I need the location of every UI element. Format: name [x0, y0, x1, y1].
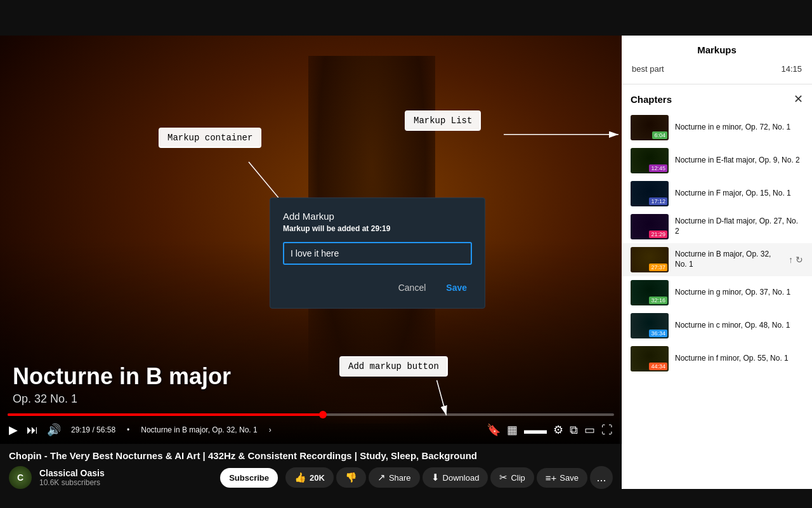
markups-header: Markups: [622, 42, 812, 60]
chapter-item[interactable]: 27:37Nocturne in B major, Op. 32, No. 1↑…: [622, 243, 812, 276]
chapter-thumbnail: 32:16: [631, 280, 669, 305]
chapter-time-badge: 44:34: [649, 363, 667, 370]
chapter-title: Nocturne in E-flat major, Op. 9, No. 2: [675, 156, 803, 166]
chapter-time-badge: 27:37: [649, 264, 667, 271]
chapter-info: Nocturne in D-flat major, Op. 27, No. 2: [675, 217, 803, 236]
chapter-name-display: •: [127, 425, 129, 434]
chapter-time-badge: 36:34: [649, 330, 667, 337]
volume-button[interactable]: 🔊: [46, 422, 62, 438]
chapter-title: Nocturne in F major, Op. 15, No. 1: [675, 189, 803, 199]
chapter-item[interactable]: 36:34Nocturne in c minor, Op. 48, No. 1: [622, 309, 812, 342]
chapter-time-badge: 32:16: [649, 297, 667, 304]
chapter-thumbnail: 21:29: [631, 214, 669, 239]
action-buttons: 👍 20K 👎 ↗ Share ⬇ Download: [285, 466, 613, 489]
theater-button[interactable]: ▭: [583, 422, 596, 438]
chapter-time-badge: 6:04: [652, 131, 667, 139]
chapters-header: Chapters ✕: [622, 84, 812, 111]
chapter-title: Nocturne in c minor, Op. 48, No. 1: [675, 321, 803, 331]
chapters-close-button[interactable]: ✕: [794, 92, 803, 106]
chapters-title: Chapters: [631, 94, 672, 105]
chapter-time-badge: 12:45: [649, 164, 667, 172]
markup-container-callout: Markup container: [159, 128, 261, 148]
chapter-item[interactable]: 17:12Nocturne in F major, Op. 15, No. 1: [622, 177, 812, 210]
more-options-button[interactable]: ...: [590, 466, 613, 489]
download-icon: ⬇: [431, 472, 440, 483]
markup-button[interactable]: 🔖: [485, 422, 502, 438]
video-section: Markup container Markup List Add Markup …: [0, 36, 622, 489]
chapter-title: Nocturne in D-flat major, Op. 27, No. 2: [675, 217, 803, 236]
video-main-title: Nocturne in B major: [13, 363, 231, 390]
main-area: Markup container Markup List Add Markup …: [0, 36, 812, 489]
clip-button[interactable]: ✂ Clip: [490, 467, 534, 488]
play-button[interactable]: ▶: [8, 422, 19, 438]
save-button[interactable]: Save: [441, 280, 472, 295]
share-button[interactable]: ↗ Share: [369, 467, 420, 488]
chapter-title: Nocturne in B major, Op. 32, No. 1: [675, 250, 782, 269]
chapter-thumbnail: 44:34: [631, 346, 669, 371]
control-bar: ▶ ⏭ 🔊 29:19 / 56:58 • Nocturne in B majo…: [0, 416, 622, 444]
subtitles-button[interactable]: ▬▬: [523, 422, 548, 438]
chapter-loop-btn[interactable]: ↻: [796, 255, 803, 265]
chapter-info: Nocturne in g minor, Op. 37, No. 1: [675, 288, 803, 298]
video-title-overlay: Nocturne in B major Op. 32 No. 1: [13, 363, 231, 406]
top-bar: [0, 0, 812, 36]
download-button[interactable]: ⬇ Download: [422, 467, 488, 488]
chapter-title: Nocturne in e minor, Op. 72, No. 1: [675, 123, 803, 133]
markup-item[interactable]: best part 14:15: [622, 60, 812, 77]
chapter-thumbnail: 12:45: [631, 148, 669, 173]
save-button[interactable]: ≡+ Save: [537, 468, 587, 488]
channel-name: Classical Oasis: [39, 468, 213, 478]
chapter-item[interactable]: 6:04Nocturne in e minor, Op. 72, No. 1: [622, 111, 812, 144]
cancel-button[interactable]: Cancel: [393, 280, 431, 295]
full-video-title: Chopin - The Very Best Nocturnes & AI Ar…: [9, 450, 613, 461]
chapter-item[interactable]: 21:29Nocturne in D-flat major, Op. 27, N…: [622, 210, 812, 243]
dislike-icon: 👎: [345, 472, 357, 483]
chapter-time-badge: 17:12: [649, 197, 667, 205]
channel-info: Classical Oasis 10.6K subscribers: [39, 468, 213, 487]
chapters-section[interactable]: Chapters ✕ 6:04Nocturne in e minor, Op. …: [622, 84, 812, 489]
dislike-button[interactable]: 👎: [336, 467, 366, 488]
download-label: Download: [443, 473, 480, 483]
markup-label: best part: [632, 64, 664, 74]
settings-button[interactable]: ⚙: [552, 422, 565, 438]
chapter-info: Nocturne in E-flat major, Op. 9, No. 2: [675, 156, 803, 166]
chapter-item[interactable]: 44:34Nocturne in f minor, Op. 55, No. 1: [622, 342, 812, 375]
chapter-share-btn[interactable]: ↑: [789, 255, 793, 265]
right-panel: Markups best part 14:15 Chapters ✕ 6:04N…: [622, 36, 812, 489]
chapter-thumbnail: 36:34: [631, 313, 669, 338]
channel-avatar[interactable]: C: [9, 466, 32, 489]
chapters-button[interactable]: ▦: [506, 422, 519, 438]
chapter-item[interactable]: 12:45Nocturne in E-flat major, Op. 9, No…: [622, 144, 812, 177]
like-button[interactable]: 👍 20K: [285, 467, 334, 488]
video-player[interactable]: Markup container Markup List Add Markup …: [0, 36, 622, 444]
skip-next-button[interactable]: ⏭: [25, 422, 39, 438]
channel-row: C Classical Oasis 10.6K subscribers Subs…: [9, 466, 613, 489]
chapter-info: Nocturne in c minor, Op. 48, No. 1: [675, 321, 803, 331]
chapter-name-text: Nocturne in B major, Op. 32, No. 1: [141, 425, 257, 434]
chapter-item[interactable]: 32:16Nocturne in g minor, Op. 37, No. 1: [622, 276, 812, 309]
chapter-info: Nocturne in f minor, Op. 55, No. 1: [675, 354, 803, 364]
markup-list-callout: Markup List: [405, 110, 481, 131]
mini-player-button[interactable]: ⧉: [568, 422, 579, 438]
share-label: Share: [389, 473, 411, 483]
right-controls: 🔖 ▦ ▬▬ ⚙ ⧉ ▭ ⛶: [485, 422, 614, 438]
clip-icon: ✂: [499, 472, 508, 483]
fullscreen-button[interactable]: ⛶: [600, 422, 614, 438]
markup-text-input[interactable]: [283, 242, 472, 265]
save-label: Save: [560, 473, 579, 483]
chapter-thumbnail: 27:37: [631, 247, 669, 272]
add-markup-button-callout: Add markup button: [339, 356, 448, 377]
add-markup-modal: Add Markup Markup will be added at 29:19…: [270, 197, 485, 309]
chapter-title: Nocturne in f minor, Op. 55, No. 1: [675, 354, 803, 364]
subscriber-count: 10.6K subscribers: [39, 478, 213, 487]
clip-label: Clip: [511, 473, 525, 483]
chapters-list: 6:04Nocturne in e minor, Op. 72, No. 112…: [622, 111, 812, 375]
markups-section: Markups best part 14:15: [622, 36, 812, 84]
subscribe-button[interactable]: Subscribe: [220, 468, 278, 488]
chapter-info: Nocturne in B major, Op. 32, No. 1: [675, 250, 782, 269]
save-icon: ≡+: [546, 472, 557, 483]
bottom-bar: [0, 489, 812, 508]
chapter-info: Nocturne in e minor, Op. 72, No. 1: [675, 123, 803, 133]
markup-time: 14:15: [781, 64, 802, 74]
modal-subtitle: Markup will be added at 29:19: [283, 224, 472, 233]
